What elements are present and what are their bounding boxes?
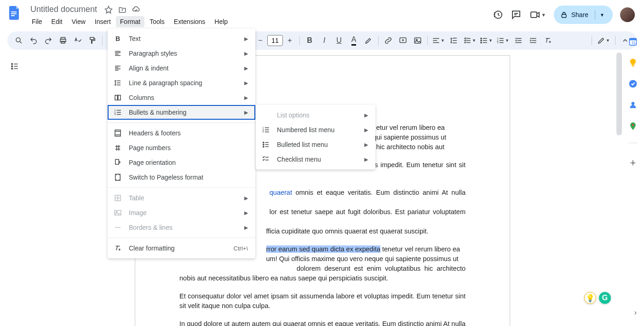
menu-item-borders-lines: Borders & lines▶ xyxy=(108,220,255,235)
menu-help[interactable]: Help xyxy=(210,16,232,27)
line-spacing-icon[interactable] xyxy=(447,34,461,47)
svg-point-43 xyxy=(632,124,634,126)
undo-icon[interactable] xyxy=(27,34,40,47)
highlight-icon[interactable] xyxy=(362,34,375,47)
align-icon[interactable]: ▼ xyxy=(431,34,446,47)
menu-extensions[interactable]: Extensions xyxy=(170,16,209,27)
menu-item-columns[interactable]: Columns▶ xyxy=(108,90,255,105)
svg-rect-4 xyxy=(531,12,537,17)
menu-item-headers-footers[interactable]: Headers & footers xyxy=(108,126,255,140)
calendar-icon[interactable]: 31 xyxy=(628,37,638,46)
docs-logo[interactable] xyxy=(6,4,24,22)
underline-icon[interactable]: U xyxy=(332,34,346,47)
menu-item-text[interactable]: BText▶ xyxy=(108,31,255,46)
svg-text:3: 3 xyxy=(115,113,116,116)
checklist-icon[interactable]: ▼ xyxy=(462,34,477,47)
spellcheck-icon[interactable] xyxy=(71,34,85,47)
bulleted-list-icon[interactable]: ▼ xyxy=(478,34,494,47)
svg-point-21 xyxy=(12,68,13,70)
body-text: etur vel rerum libero ea xyxy=(376,124,445,131)
editing-mode-icon[interactable]: ▼ xyxy=(595,34,612,47)
menu-item-image: Image▶ xyxy=(108,205,255,220)
menu-item-clear-formatting[interactable]: Clear formattingCtrl+\ xyxy=(108,241,255,256)
bullets-numbering-submenu: List options▶ 123Numbered list menu▶ Bul… xyxy=(256,105,375,169)
svg-point-35 xyxy=(263,144,264,145)
indent-increase-icon[interactable] xyxy=(526,34,540,47)
svg-point-14 xyxy=(481,40,482,41)
svg-rect-29 xyxy=(115,210,121,215)
paint-format-icon[interactable] xyxy=(86,34,99,47)
svg-point-20 xyxy=(12,66,13,67)
font-size-input[interactable] xyxy=(267,35,283,46)
font-size-minus[interactable]: − xyxy=(253,34,267,47)
text-color-icon[interactable]: A xyxy=(347,34,361,47)
submenu-item-checklist[interactable]: Checklist menu▶ xyxy=(256,152,375,167)
format-menu: BText▶ Paragraph styles▶ Align & indent▶… xyxy=(108,29,255,258)
numbered-list-icon[interactable]: 123▼ xyxy=(495,34,511,47)
svg-text:31: 31 xyxy=(632,41,636,45)
search-icon[interactable] xyxy=(12,34,26,47)
svg-point-34 xyxy=(263,142,264,143)
tasks-icon[interactable] xyxy=(628,79,638,88)
menu-format[interactable]: Format xyxy=(116,16,144,27)
show-outline-icon[interactable] xyxy=(8,60,21,73)
bold-icon[interactable]: B xyxy=(303,34,316,47)
add-on-icon[interactable]: + xyxy=(630,157,636,169)
history-icon[interactable] xyxy=(492,9,503,20)
lock-icon xyxy=(560,11,568,18)
svg-rect-26 xyxy=(115,159,119,164)
svg-rect-38 xyxy=(630,38,637,40)
keep-icon[interactable] xyxy=(628,58,638,67)
selected-text: rror earum sed quam dicta ex expedita xyxy=(266,245,380,253)
hide-sidepanel-icon[interactable]: › xyxy=(634,309,637,317)
print-icon[interactable] xyxy=(56,34,70,47)
menu-item-page-orientation[interactable]: Page orientation xyxy=(108,155,255,170)
grammarly-icon[interactable]: G xyxy=(599,292,611,304)
svg-rect-2 xyxy=(11,15,15,16)
link-icon[interactable] xyxy=(381,34,395,47)
menu-tools[interactable]: Tools xyxy=(145,16,169,27)
submenu-item-bulleted-list[interactable]: Bulleted list menu▶ xyxy=(256,137,375,152)
menu-item-line-spacing[interactable]: Line & paragraph spacing▶ xyxy=(108,76,255,90)
svg-point-19 xyxy=(12,64,13,65)
font-size-plus[interactable]: + xyxy=(283,34,297,47)
grammarly-suggestion-icon[interactable]: 💡 xyxy=(584,292,596,304)
menu-insert[interactable]: Insert xyxy=(91,16,115,27)
menu-item-pageless[interactable]: Switch to Pageless format xyxy=(108,170,255,185)
comments-icon[interactable] xyxy=(511,9,522,20)
maps-icon[interactable] xyxy=(628,122,638,131)
add-comment-icon[interactable] xyxy=(396,34,410,47)
svg-rect-40 xyxy=(632,65,634,67)
menu-edit[interactable]: Edit xyxy=(47,16,67,27)
redo-icon[interactable] xyxy=(41,34,55,47)
account-avatar[interactable] xyxy=(620,7,635,22)
menu-item-align-indent[interactable]: Align & indent▶ xyxy=(108,61,255,76)
insert-image-icon[interactable] xyxy=(411,34,425,47)
share-label: Share xyxy=(571,11,588,18)
menu-item-page-numbers[interactable]: Page numbers xyxy=(108,140,255,155)
share-button[interactable]: Share ▼ xyxy=(554,6,613,24)
submenu-item-numbered-list[interactable]: 123Numbered list menu▶ xyxy=(256,122,375,137)
meet-icon[interactable]: ▼ xyxy=(529,9,546,20)
document-title[interactable]: Untitled document xyxy=(28,4,100,15)
scrollbar[interactable] xyxy=(616,52,622,135)
cloud-status-icon[interactable] xyxy=(132,6,140,14)
italic-icon[interactable]: I xyxy=(317,34,331,47)
menu-file[interactable]: File xyxy=(28,16,46,27)
clear-format-icon[interactable] xyxy=(541,34,555,47)
side-panel: 31 + xyxy=(622,33,644,326)
menu-item-paragraph-styles[interactable]: Paragraph styles▶ xyxy=(108,46,255,61)
star-icon[interactable] xyxy=(104,6,113,14)
menu-item-bullets-numbering[interactable]: 123Bullets & numbering▶ xyxy=(108,105,255,120)
menu-view[interactable]: View xyxy=(68,16,90,27)
svg-rect-5 xyxy=(562,14,566,17)
svg-point-36 xyxy=(263,146,264,147)
contacts-icon[interactable] xyxy=(628,100,638,110)
hyperlink[interactable]: quaerat xyxy=(270,189,292,196)
toolbar: − + B I U A ▼ ▼ ▼ 123▼ ▼ xyxy=(7,31,637,50)
menu-item-table: Table▶ xyxy=(108,191,255,205)
move-icon[interactable] xyxy=(118,6,126,14)
body-text: In quod dolore ut autem autem qui quaera… xyxy=(179,319,466,326)
indent-decrease-icon[interactable] xyxy=(512,34,525,47)
menubar: File Edit View Insert Format Tools Exten… xyxy=(26,15,492,27)
